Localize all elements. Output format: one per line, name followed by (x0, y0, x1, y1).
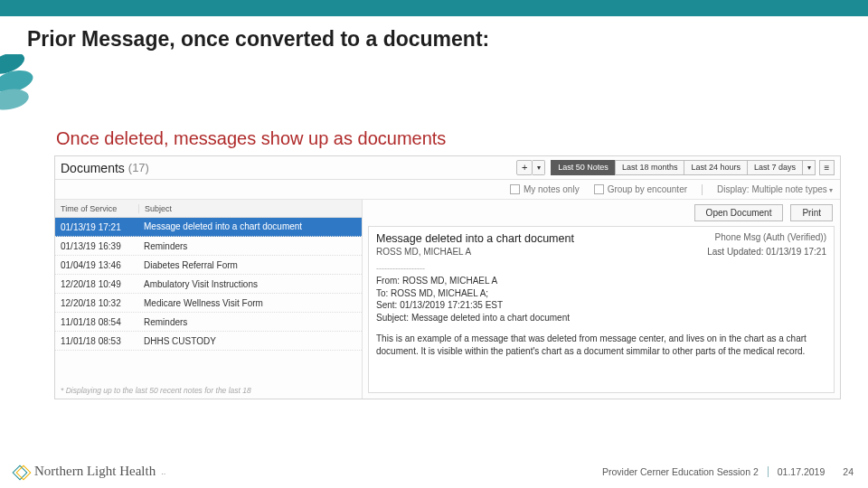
preview-to: To: ROSS MD, MICHAEL A; (376, 287, 826, 300)
brand-name: Northern Light Health (34, 464, 156, 479)
brand-logo-icon (14, 465, 29, 479)
time-filter-segments: Last 50 Notes Last 18 months Last 24 hou… (551, 160, 803, 175)
my-notes-label: My notes only (524, 184, 580, 194)
brand: Northern Light Health .. (14, 464, 165, 479)
slide-title: Prior Message, once converted to a docum… (27, 27, 489, 52)
documents-count: (17) (128, 161, 149, 174)
table-row[interactable]: 01/13/19 16:39 Reminders (55, 237, 362, 256)
document-list: Time of Service Subject 01/13/19 17:21 M… (55, 200, 363, 399)
footer-page: 24 (843, 466, 854, 477)
documents-label: Documents (61, 161, 125, 175)
decorative-petals (0, 54, 50, 117)
preview-actions: Open Document Print (363, 200, 840, 226)
table-row[interactable]: 12/20/18 10:32 Medicare Wellness Visit F… (55, 294, 362, 313)
footer-separator (768, 466, 769, 477)
display-dropdown[interactable]: Display: Multiple note types (717, 184, 833, 194)
table-row[interactable]: 01/04/19 13:46 Diabetes Referral Form (55, 256, 362, 275)
segment-last-7-days[interactable]: Last 7 days (747, 160, 803, 175)
preview-pane: Open Document Print Message deleted into… (363, 200, 840, 399)
preview-from: From: ROSS MD, MICHAEL A (376, 275, 826, 287)
segment-last-18-months[interactable]: Last 18 months (615, 160, 684, 175)
add-button[interactable]: + (516, 160, 533, 175)
documents-panel: Documents (17) + ▾ Last 50 Notes Last 18… (54, 155, 841, 399)
table-row[interactable]: 12/20/18 10:49 Ambulatory Visit Instruct… (55, 275, 362, 294)
print-button[interactable]: Print (790, 204, 833, 221)
segment-more-icon[interactable]: ▾ (803, 160, 816, 175)
table-row[interactable]: 11/01/18 08:54 Reminders (55, 313, 362, 332)
footer-session: Provider Cerner Education Session 2 (602, 466, 759, 477)
table-row[interactable]: 01/13/19 17:21 Message deleted into a ch… (55, 218, 362, 237)
brand-suffix: .. (161, 467, 165, 476)
my-notes-checkbox[interactable]: My notes only (510, 184, 580, 194)
filter-row: My notes only Group by encounter Display… (55, 180, 840, 200)
preview-author: ROSS MD, MICHAEL A (376, 247, 471, 257)
col-subject: Subject (138, 204, 362, 213)
column-headers: Time of Service Subject (55, 200, 362, 218)
slide-footer: Northern Light Health .. Provider Cerner… (0, 464, 868, 479)
settings-icon[interactable]: ≡ (819, 160, 835, 175)
preview-title: Message deleted into a chart document (376, 232, 574, 245)
open-document-button[interactable]: Open Document (694, 204, 784, 221)
preview-body: This is an example of a message that was… (376, 333, 826, 357)
list-disclaimer: * Displaying up to the last 50 recent no… (55, 382, 362, 399)
slide-subtitle: Once deleted, messages show up as docume… (56, 128, 446, 149)
segment-last-50-notes[interactable]: Last 50 Notes (551, 160, 615, 175)
document-preview: Message deleted into a chart document Ph… (368, 226, 835, 393)
segment-last-24-hours[interactable]: Last 24 hours (684, 160, 747, 175)
preview-subject: Subject: Message deleted into a chart do… (376, 312, 826, 324)
preview-type: Phone Msg (Auth (Verified)) (715, 232, 826, 245)
top-band (0, 0, 868, 16)
preview-sent: Sent: 01/13/2019 17:21:35 EST (376, 299, 826, 312)
group-by-label: Group by encounter (608, 184, 687, 194)
footer-date: 01.17.2019 (778, 466, 826, 477)
filter-separator (702, 184, 703, 195)
preview-last-updated: Last Updated: 01/13/19 17:21 (707, 247, 826, 257)
group-by-checkbox[interactable]: Group by encounter (594, 184, 687, 194)
add-dropdown-icon[interactable]: ▾ (533, 160, 545, 175)
documents-header: Documents (17) + ▾ Last 50 Notes Last 18… (55, 156, 840, 180)
preview-separator: ------------------ (376, 264, 826, 273)
table-row[interactable]: 11/01/18 08:53 DHHS CUSTODY (55, 332, 362, 351)
col-time: Time of Service (55, 204, 138, 213)
